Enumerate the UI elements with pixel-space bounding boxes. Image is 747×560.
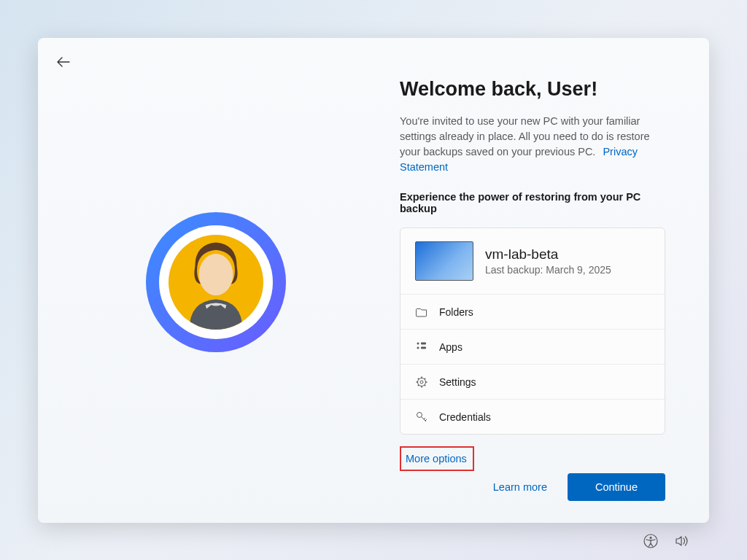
more-options-link[interactable]: More options xyxy=(400,446,474,471)
page-title: Welcome back, User! xyxy=(400,78,665,101)
avatar-ring xyxy=(146,212,286,352)
svg-rect-4 xyxy=(421,346,426,349)
left-pane xyxy=(38,38,394,523)
row-label: Folders xyxy=(439,306,473,318)
key-icon xyxy=(415,411,427,423)
svg-point-17 xyxy=(649,537,651,539)
backup-card: vm-lab-beta Last backup: March 9, 2025 F… xyxy=(400,228,665,435)
row-label: Credentials xyxy=(439,411,491,423)
svg-point-0 xyxy=(199,254,233,295)
apps-icon xyxy=(415,341,427,353)
svg-line-12 xyxy=(424,384,425,385)
svg-point-6 xyxy=(420,381,423,384)
svg-line-11 xyxy=(417,378,418,378)
right-pane: Welcome back, User! You're invited to us… xyxy=(394,38,709,523)
backup-row-credentials[interactable]: Credentials xyxy=(400,399,665,434)
footer-actions: Learn more Continue xyxy=(487,473,665,501)
svg-point-2 xyxy=(417,346,419,349)
last-backup: Last backup: March 9, 2025 xyxy=(485,264,611,276)
subheading: Experience the power of restoring from y… xyxy=(400,191,665,214)
svg-point-1 xyxy=(417,342,419,344)
row-label: Apps xyxy=(439,341,462,353)
svg-line-14 xyxy=(424,378,425,378)
avatar-person-icon xyxy=(169,235,263,330)
continue-button[interactable]: Continue xyxy=(568,473,665,501)
avatar-white-ring xyxy=(159,225,273,339)
folder-icon xyxy=(415,306,427,318)
oobe-window: Welcome back, User! You're invited to us… xyxy=(38,38,709,523)
backup-row-settings[interactable]: Settings xyxy=(400,364,665,399)
avatar xyxy=(169,235,263,330)
svg-rect-3 xyxy=(421,342,426,344)
svg-line-13 xyxy=(417,384,418,385)
gear-icon xyxy=(415,376,427,388)
volume-icon[interactable] xyxy=(674,534,689,551)
backup-card-header[interactable]: vm-lab-beta Last backup: March 9, 2025 xyxy=(400,228,665,294)
accessibility-icon[interactable] xyxy=(643,534,658,551)
pc-name: vm-lab-beta xyxy=(485,246,611,262)
backup-row-folders[interactable]: Folders xyxy=(400,294,665,329)
row-label: Settings xyxy=(439,376,476,388)
svg-point-15 xyxy=(417,412,422,417)
description: You're invited to use your new PC with y… xyxy=(400,114,665,175)
system-tray xyxy=(643,534,689,551)
backup-row-apps[interactable]: Apps xyxy=(400,329,665,364)
learn-more-link[interactable]: Learn more xyxy=(487,474,553,500)
pc-thumbnail xyxy=(415,241,473,281)
